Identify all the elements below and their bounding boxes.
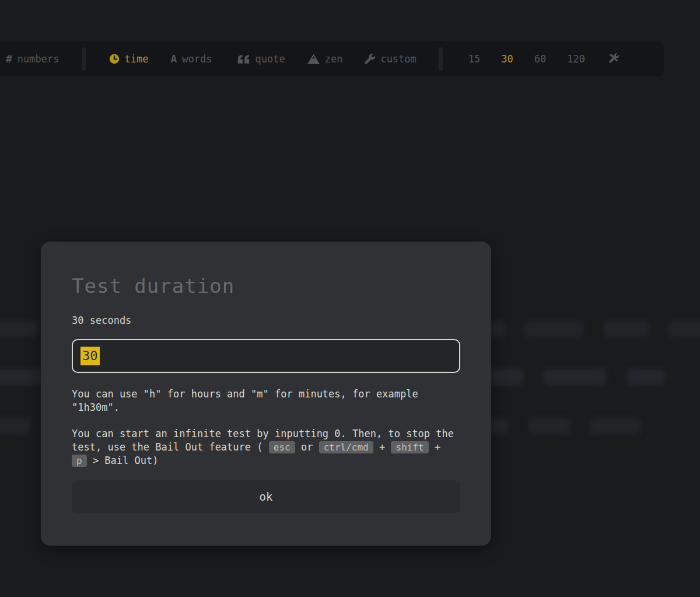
mountain-icon (307, 54, 320, 64)
mode-quote-button[interactable]: quote (237, 53, 285, 65)
selected-input-value: 30 (80, 347, 100, 365)
background-word-blob (603, 321, 649, 337)
mode-zen-button[interactable]: zen (307, 53, 343, 65)
mode-time-label: time (125, 53, 149, 65)
key-badge-ctrl-cmd: ctrl/cmd (319, 441, 373, 453)
background-word-blob (626, 369, 665, 385)
mode-custom-label: custom (380, 53, 416, 65)
hint-bail-or: or (301, 441, 313, 453)
duration-120-button[interactable]: 120 (567, 53, 585, 65)
mode-custom-button[interactable]: custom (365, 53, 416, 65)
tools-icon (608, 53, 620, 65)
duration-60-button[interactable]: 60 (534, 53, 546, 65)
quote-icon (237, 54, 250, 64)
hint-bail-plus: + (379, 441, 385, 453)
duration-60-label: 60 (534, 53, 546, 65)
custom-duration-button[interactable] (608, 53, 620, 65)
background-word-blob (590, 418, 640, 434)
duration-15-button[interactable]: 15 (468, 53, 480, 65)
hint-hours-minutes: You can use "h" for hours and "m" for mi… (72, 387, 460, 414)
mode-numbers-label: numbers (18, 53, 60, 65)
mode-numbers-button[interactable]: # numbers (6, 53, 60, 65)
key-badge-p: p (72, 455, 87, 467)
mode-zen-label: zen (325, 53, 343, 65)
test-config-bar: # numbers time A words quote zen (0, 41, 664, 76)
bar-divider (82, 47, 86, 71)
key-badge-esc: esc (269, 441, 295, 453)
hint-bail-end: > Bail Out) (93, 455, 159, 466)
hashtag-icon: # (6, 54, 12, 64)
background-word-blob (0, 321, 38, 337)
modal-title: Test duration (72, 274, 460, 298)
duration-120-label: 120 (567, 53, 585, 65)
duration-input[interactable]: 30 (72, 339, 460, 373)
duration-15-label: 15 (468, 53, 480, 65)
wrench-icon (365, 54, 375, 64)
duration-30-label: 30 (501, 53, 513, 65)
hint-bail-plus2: + (435, 441, 440, 453)
clock-icon (109, 54, 120, 64)
key-badge-shift: shift (391, 441, 428, 453)
mode-words-button[interactable]: A words (170, 53, 212, 65)
background-word-blob (668, 321, 700, 337)
test-duration-modal: Test duration 30 seconds 30 You can use … (41, 242, 491, 546)
current-duration-text: 30 seconds (72, 315, 460, 326)
background-word-blob (525, 321, 583, 337)
mode-words-label: words (182, 53, 212, 65)
duration-30-button[interactable]: 30 (501, 53, 513, 65)
background-word-blob (544, 369, 607, 385)
font-icon: A (170, 54, 177, 64)
bar-divider (439, 47, 443, 71)
ok-button[interactable]: ok (72, 480, 460, 513)
mode-time-button[interactable]: time (109, 53, 149, 65)
background-word-blob (528, 418, 570, 434)
background-word-blob (0, 418, 30, 434)
hint-infinite-test: You can start an infinite test by inputt… (72, 427, 460, 467)
mode-quote-label: quote (255, 53, 285, 65)
